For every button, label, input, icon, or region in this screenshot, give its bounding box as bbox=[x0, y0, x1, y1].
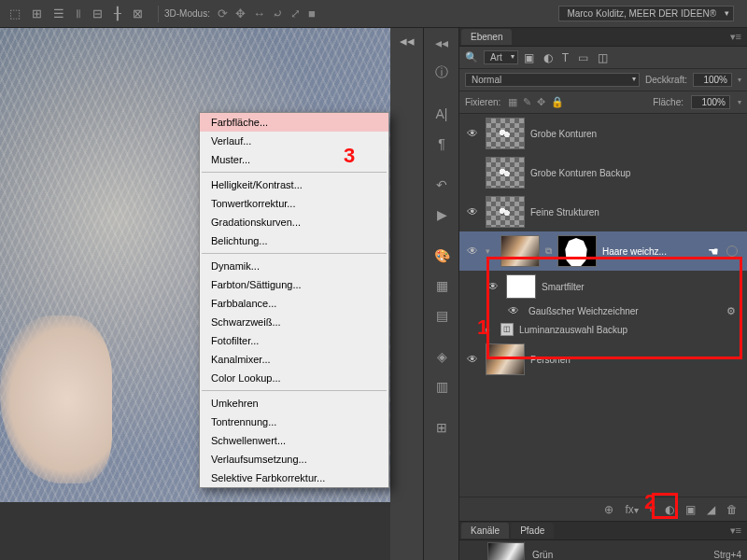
tool-icon[interactable]: ⫴ bbox=[76, 7, 81, 21]
fill-scrub-icon[interactable]: ▾ bbox=[738, 98, 741, 106]
new-group-icon[interactable]: ▣ bbox=[685, 503, 696, 516]
expand-icon[interactable]: ◂◂ bbox=[424, 28, 459, 58]
search-icon: 🔍 bbox=[465, 51, 478, 63]
lock-all-icon[interactable]: 🔒 bbox=[551, 96, 564, 108]
scale-icon[interactable]: ⤢ bbox=[290, 7, 301, 21]
tool-icon[interactable]: ╂ bbox=[114, 7, 121, 21]
tool-icon[interactable]: ⊠ bbox=[133, 7, 143, 21]
menu-item-selective-color[interactable]: Selektive Farbkorrektur... bbox=[200, 469, 388, 487]
menu-item-exposure[interactable]: Belichtung... bbox=[200, 231, 388, 250]
menu-item-gradient[interactable]: Verlauf... bbox=[200, 132, 388, 150]
layer-row[interactable]: 👁 Feine Strukturen bbox=[459, 192, 747, 231]
layer-name[interactable]: Grobe Konturen Backup bbox=[530, 168, 741, 178]
disclosure-icon[interactable]: ▾ bbox=[486, 246, 495, 256]
paragraph-panel-icon[interactable]: ¶ bbox=[424, 129, 459, 159]
fill-label: Fläche: bbox=[653, 97, 684, 107]
fill-input[interactable]: 100% bbox=[691, 95, 730, 109]
menu-item-solid-color[interactable]: Farbfläche... bbox=[200, 113, 388, 132]
filter-adjust-icon[interactable]: ◐ bbox=[543, 51, 553, 64]
navigator-panel-icon[interactable]: ◈ bbox=[424, 342, 459, 371]
visibility-icon[interactable]: 👁 bbox=[465, 127, 480, 140]
layer-name[interactable]: Feine Strukturen bbox=[530, 207, 741, 217]
annotation-3: 3 bbox=[344, 144, 355, 168]
link-icon[interactable]: ⧉ bbox=[545, 245, 552, 257]
tab-paths[interactable]: Pfade bbox=[511, 523, 554, 539]
menu-item-color-lookup[interactable]: Color Lookup... bbox=[200, 369, 388, 387]
workspace-dropdown[interactable]: Marco Kolditz, MEER DER IDEEN® bbox=[558, 6, 734, 21]
layer-row[interactable]: 👁 Grobe Konturen bbox=[459, 114, 747, 153]
orbit-icon[interactable]: ⟳ bbox=[218, 7, 228, 21]
layer-thumbnail[interactable] bbox=[486, 157, 525, 189]
menu-item-black-white[interactable]: Schwarzweiß... bbox=[200, 313, 388, 331]
lock-fill-row: Fixieren: ▦ ✎ ✥ 🔒 Fläche: 100% ▾ bbox=[459, 91, 747, 114]
opacity-input[interactable]: 100% bbox=[693, 73, 732, 87]
layer-name[interactable]: Haare weichz... bbox=[602, 246, 700, 257]
swatches-panel-icon[interactable]: 🎨 bbox=[424, 241, 459, 271]
filter-shape-icon[interactable]: ▭ bbox=[578, 51, 588, 64]
layer-thumbnail[interactable] bbox=[486, 196, 525, 228]
lock-transparency-icon[interactable]: ▦ bbox=[508, 96, 517, 108]
menu-item-color-balance[interactable]: Farbbalance... bbox=[200, 294, 388, 313]
tab-channels[interactable]: Kanäle bbox=[461, 523, 509, 539]
filter-smart-icon[interactable]: ◫ bbox=[598, 51, 608, 64]
layer-thumbnail[interactable] bbox=[486, 118, 525, 149]
tool-icon[interactable]: ⬚ bbox=[9, 7, 21, 21]
menu-item-gradient-map[interactable]: Verlaufsumsetzung... bbox=[200, 450, 388, 469]
menu-item-threshold[interactable]: Schwellenwert... bbox=[200, 431, 388, 450]
lock-pixels-icon[interactable]: ✎ bbox=[523, 96, 531, 108]
character-panel-icon[interactable]: A| bbox=[424, 99, 459, 129]
color-panel-icon[interactable]: ▦ bbox=[424, 271, 459, 301]
layer-row[interactable]: Grobe Konturen Backup bbox=[459, 153, 747, 192]
history-panel-icon[interactable]: ↶ bbox=[424, 170, 459, 200]
filter-type-icon[interactable]: T bbox=[562, 51, 569, 64]
actions-panel-icon[interactable]: ▶ bbox=[424, 200, 459, 230]
visibility-icon[interactable]: 👁 bbox=[465, 353, 480, 366]
visibility-icon[interactable]: 👁 bbox=[465, 205, 480, 218]
channel-thumbnail[interactable] bbox=[487, 542, 525, 560]
info-panel-icon[interactable]: ⓘ bbox=[424, 58, 459, 88]
menu-item-curves[interactable]: Gradationskurven... bbox=[200, 213, 388, 231]
menu-item-channel-mixer[interactable]: Kanalmixer... bbox=[200, 350, 388, 369]
channels-panel-icon[interactable]: ▥ bbox=[424, 371, 459, 401]
menu-item-levels[interactable]: Tonwertkorrektur... bbox=[200, 194, 388, 213]
channels-panel: Kanäle Pfade ▾≡ Grün Strg+4 bbox=[459, 521, 747, 560]
opacity-scrub-icon[interactable]: ▾ bbox=[738, 76, 741, 84]
annotation-box-1 bbox=[486, 257, 742, 359]
menu-item-posterize[interactable]: Tontrennung... bbox=[200, 413, 388, 431]
tool-icon[interactable]: ⊞ bbox=[32, 7, 42, 21]
menu-item-pattern[interactable]: Muster... bbox=[200, 150, 388, 169]
channel-name[interactable]: Grün bbox=[532, 550, 553, 560]
link-layers-icon[interactable]: ⊕ bbox=[604, 503, 613, 516]
channel-row[interactable]: Grün Strg+4 bbox=[459, 540, 747, 560]
tool-icon[interactable]: ☰ bbox=[53, 7, 64, 21]
brushes-panel-icon[interactable]: ⊞ bbox=[424, 413, 459, 442]
tool-icon[interactable]: ⊟ bbox=[92, 7, 103, 21]
rotate-icon[interactable]: ⤾ bbox=[273, 7, 283, 21]
toolbar-group-3d: ⟳ ✥ ↔ ⤾ ⤢ ■ bbox=[210, 7, 323, 21]
layer-name[interactable]: Grobe Konturen bbox=[530, 129, 741, 139]
panel-menu-icon[interactable]: ▾≡ bbox=[725, 31, 747, 43]
filter-kind-dropdown[interactable]: Art bbox=[484, 50, 518, 64]
adjustment-layer-menu: Farbfläche... Verlauf... Muster... Helli… bbox=[199, 112, 389, 488]
menu-item-vibrance[interactable]: Dynamik... bbox=[200, 257, 388, 275]
filter-pixel-icon[interactable]: ▣ bbox=[524, 51, 534, 64]
panel-menu-icon[interactable]: ▾≡ bbox=[725, 525, 747, 537]
new-layer-icon[interactable]: ◢ bbox=[707, 503, 715, 516]
collapsed-toolbar: ◂◂ bbox=[390, 28, 424, 560]
styles-panel-icon[interactable]: ▤ bbox=[424, 301, 459, 330]
menu-item-invert[interactable]: Umkehren bbox=[200, 394, 388, 413]
pan-icon[interactable]: ✥ bbox=[235, 7, 246, 21]
lock-position-icon[interactable]: ✥ bbox=[537, 96, 545, 108]
menu-item-hue-sat[interactable]: Farbton/Sättigung... bbox=[200, 275, 388, 294]
menu-item-photo-filter[interactable]: Fotofilter... bbox=[200, 331, 388, 350]
menu-separator bbox=[202, 172, 387, 173]
delete-layer-icon[interactable]: 🗑 bbox=[726, 503, 738, 516]
blend-mode-dropdown[interactable]: Normal bbox=[465, 73, 640, 87]
menu-item-brightness[interactable]: Helligkeit/Kontrast... bbox=[200, 175, 388, 194]
tab-layers[interactable]: Ebenen bbox=[461, 29, 512, 45]
layer-fx-icon[interactable]: fx▾ bbox=[625, 503, 638, 516]
visibility-icon[interactable]: 👁 bbox=[465, 245, 480, 258]
move-icon[interactable]: ↔ bbox=[253, 7, 265, 21]
expand-icon[interactable]: ◂◂ bbox=[390, 28, 424, 54]
camera-icon[interactable]: ■ bbox=[308, 7, 316, 21]
